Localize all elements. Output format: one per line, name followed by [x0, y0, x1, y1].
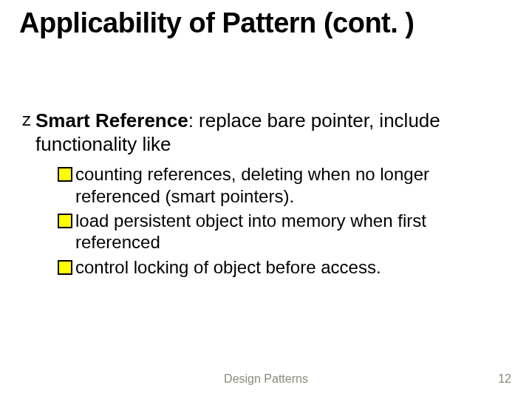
z-bullet-icon: z: [22, 109, 35, 131]
level2-text: load persistent object into memory when …: [75, 210, 502, 253]
term-smart-reference: Smart Reference: [35, 109, 188, 132]
level2-text: control locking of object before access.: [75, 256, 502, 278]
y-bullet-icon: [58, 260, 72, 275]
y-bullet-icon: [58, 167, 72, 182]
level1-text: Smart Reference: replace bare pointer, i…: [35, 109, 502, 156]
level2-text: counting references, deleting when no lo…: [75, 163, 502, 207]
bullet-level1: z Smart Reference: replace bare pointer,…: [22, 109, 502, 156]
y-bullet-icon: [58, 214, 72, 228]
bullet-level2: counting references, deleting when no lo…: [58, 163, 502, 207]
bullet-level2: load persistent object into memory when …: [58, 210, 502, 253]
slide: Applicability of Pattern (cont. ) z Smar…: [0, 0, 532, 399]
slide-title: Applicability of Pattern (cont. ): [19, 7, 513, 40]
footer-center: Design Patterns: [0, 372, 532, 386]
sublist: counting references, deleting when no lo…: [58, 163, 502, 277]
bullet-level2: control locking of object before access.: [58, 256, 502, 278]
slide-body: z Smart Reference: replace bare pointer,…: [22, 109, 502, 281]
footer-page-number: 12: [498, 372, 511, 386]
